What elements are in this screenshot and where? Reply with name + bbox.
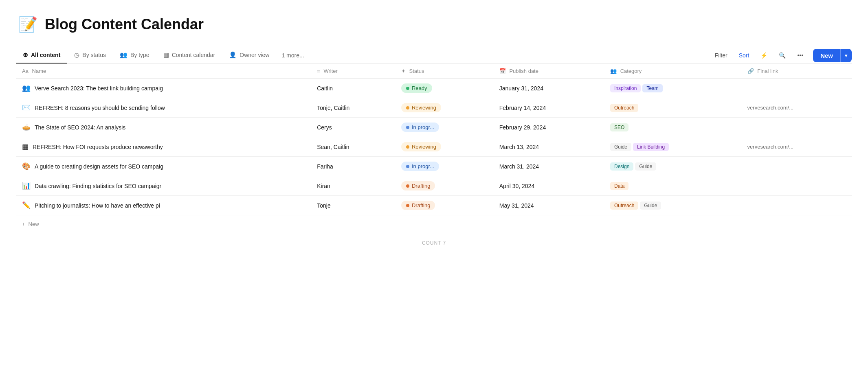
cell-writer: Kiran: [311, 176, 396, 196]
row-name-text: A guide to creating design assets for SE…: [35, 163, 163, 170]
status-label: Reviewing: [412, 105, 436, 111]
status-badge: Ready: [401, 83, 432, 93]
cell-category: Data: [604, 176, 742, 196]
new-button-chevron[interactable]: ▾: [840, 49, 852, 62]
status-dot: [406, 126, 409, 129]
col-date-icon: 📅: [499, 68, 506, 74]
tab-owner-view-label: Owner view: [240, 52, 269, 58]
table-header-row: Aa Name ≡ Writer ✦ Status 📅 Publish date: [16, 64, 852, 79]
col-category-icon: 👥: [610, 68, 617, 74]
count-label: COUNT: [422, 240, 441, 246]
search-button[interactable]: 🔍: [774, 49, 791, 61]
by-type-icon: 👥: [120, 51, 127, 59]
cell-name: 🎨A guide to creating design assets for S…: [16, 157, 311, 176]
row-icon: 👥: [22, 84, 31, 92]
cell-writer: Caitlin: [311, 79, 396, 98]
tab-owner-view[interactable]: 👤 Owner view: [222, 47, 276, 64]
tab-content-calendar[interactable]: ▦ Content calendar: [157, 47, 222, 64]
cell-status: Reviewing: [396, 98, 494, 118]
cell-name: 🥧The State of SEO 2024: An analysis: [16, 118, 311, 137]
tab-by-status-label: By status: [82, 52, 106, 58]
status-badge: Drafting: [401, 201, 435, 210]
more-tabs-button[interactable]: 1 more...: [277, 48, 309, 63]
cell-writer: Sean, Caitlin: [311, 137, 396, 157]
cell-final-link: [742, 176, 852, 196]
row-name-text: Pitching to journalists: How to have an …: [35, 202, 160, 209]
col-writer: ≡ Writer: [311, 64, 396, 79]
cell-status: Reviewing: [396, 137, 494, 157]
cell-publish-date: March 31, 2024: [494, 157, 604, 176]
page-container: 📝 Blog Content Calendar ⊕ All content ◷ …: [0, 0, 868, 269]
tab-by-type-label: By type: [130, 52, 149, 58]
cell-writer: Tonje, Caitlin: [311, 98, 396, 118]
col-category: 👥 Category: [604, 64, 742, 79]
table-row[interactable]: ✏️Pitching to journalists: How to have a…: [16, 196, 852, 215]
cell-status: Drafting: [396, 196, 494, 215]
cell-category: InspirationTeam: [604, 79, 742, 98]
row-name-text: Data crawling: Finding statistics for SE…: [35, 183, 161, 189]
lightning-button[interactable]: ⚡: [756, 49, 772, 61]
row-name-text: REFRESH: How FOI requests produce newswo…: [33, 144, 163, 150]
cell-name: 👥Verve Search 2023: The best link buildi…: [16, 79, 311, 98]
cell-name: ✉️REFRESH: 8 reasons you should be sendi…: [16, 98, 311, 118]
tab-all-content[interactable]: ⊕ All content: [16, 47, 67, 64]
cell-publish-date: April 30, 2024: [494, 176, 604, 196]
page-title: Blog Content Calendar: [45, 16, 204, 33]
cell-name: 📊Data crawling: Finding statistics for S…: [16, 176, 311, 196]
all-content-icon: ⊕: [23, 51, 28, 59]
filter-button[interactable]: Filter: [710, 49, 732, 61]
new-row-label: New: [29, 221, 39, 227]
table-wrap: Aa Name ≡ Writer ✦ Status 📅 Publish date: [16, 64, 852, 253]
cell-writer: Tonje: [311, 196, 396, 215]
cell-name: ▦REFRESH: How FOI requests produce newsw…: [16, 137, 311, 157]
status-label: Drafting: [412, 183, 431, 189]
status-badge: Reviewing: [401, 142, 441, 151]
table-row[interactable]: ▦REFRESH: How FOI requests produce newsw…: [16, 137, 852, 157]
new-button[interactable]: New: [813, 49, 840, 62]
more-options-button[interactable]: •••: [792, 49, 808, 61]
category-tag: Guide: [610, 143, 631, 151]
row-icon: ✉️: [22, 103, 31, 112]
col-writer-icon: ≡: [317, 68, 320, 74]
status-dot: [406, 204, 409, 207]
col-final-link: 🔗 Final link: [742, 64, 852, 79]
owner-view-icon: 👤: [229, 51, 237, 59]
sort-button[interactable]: Sort: [734, 49, 754, 61]
category-tag: Link Building: [633, 143, 669, 151]
tab-by-status[interactable]: ◷ By status: [68, 47, 112, 64]
status-badge: In progr...: [401, 123, 439, 132]
cell-category: GuideLink Building: [604, 137, 742, 157]
status-dot: [406, 145, 409, 149]
row-icon: ✏️: [22, 201, 31, 210]
table-row[interactable]: ✉️REFRESH: 8 reasons you should be sendi…: [16, 98, 852, 118]
status-label: Drafting: [412, 202, 431, 208]
col-name: Aa Name: [16, 64, 311, 79]
ellipsis-icon: •••: [797, 52, 803, 59]
status-dot: [406, 87, 409, 90]
status-label: Ready: [412, 85, 427, 91]
tab-content-calendar-label: Content calendar: [172, 52, 215, 58]
plus-icon: +: [22, 221, 25, 227]
cell-final-link: vervesearch.com/...: [742, 98, 852, 118]
nav-right-actions: Filter Sort ⚡ 🔍 ••• New ▾: [710, 49, 852, 62]
row-icon: ▦: [22, 142, 29, 151]
status-badge: In progr...: [401, 162, 439, 171]
table-row[interactable]: 🥧The State of SEO 2024: An analysisCerys…: [16, 118, 852, 137]
sort-label: Sort: [739, 52, 749, 59]
table-row[interactable]: 🎨A guide to creating design assets for S…: [16, 157, 852, 176]
category-tag: Team: [642, 84, 662, 92]
table-row[interactable]: 👥Verve Search 2023: The best link buildi…: [16, 79, 852, 98]
category-tag: Data: [610, 182, 628, 190]
table-row[interactable]: 📊Data crawling: Finding statistics for S…: [16, 176, 852, 196]
lightning-icon: ⚡: [760, 52, 767, 59]
status-badge: Reviewing: [401, 103, 441, 112]
content-calendar-icon: ▦: [163, 51, 169, 59]
cell-status: Drafting: [396, 176, 494, 196]
tab-all-content-label: All content: [31, 52, 60, 58]
status-label: Reviewing: [412, 144, 436, 150]
category-tag: Guide: [640, 201, 661, 210]
add-new-row-button[interactable]: + New: [16, 215, 852, 233]
cell-status: In progr...: [396, 157, 494, 176]
cell-category: SEO: [604, 118, 742, 137]
tab-by-type[interactable]: 👥 By type: [113, 47, 156, 64]
